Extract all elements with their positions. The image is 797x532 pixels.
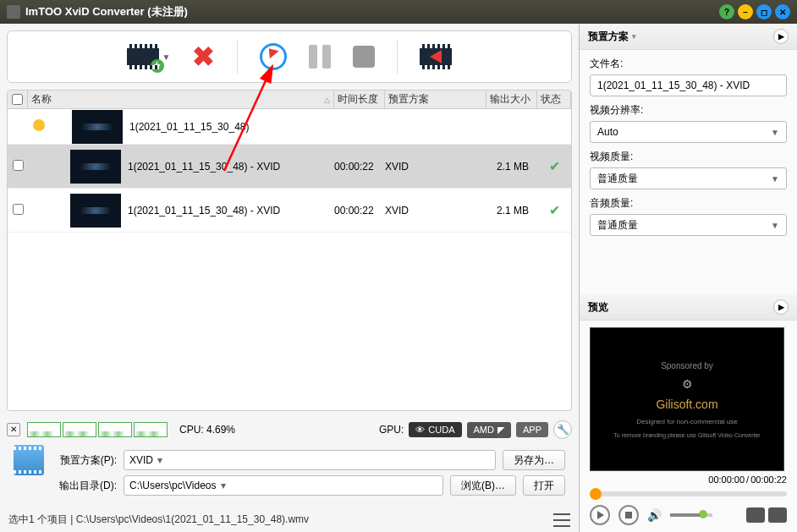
window-title: ImTOO XviD Converter (未注册)	[25, 4, 716, 19]
divider	[237, 40, 238, 74]
preview-controls: 🔊	[590, 505, 787, 525]
seek-bar[interactable]	[590, 491, 787, 496]
filename-field[interactable]: 1(2021_01_11_15_30_48) - XVID	[590, 74, 787, 96]
cpu-label: CPU: 4.69%	[179, 424, 235, 436]
film-left-icon	[420, 44, 452, 69]
close-button[interactable]: ✕	[775, 4, 790, 19]
settings-button[interactable]: 🔧	[553, 420, 572, 439]
table-body: 1(2021_01_11_15_30_48) 1(2021_01_11_15_3…	[8, 109, 571, 410]
dropdown-icon[interactable]: ▾	[153, 454, 167, 466]
dropdown-icon[interactable]: ▼	[771, 128, 779, 137]
expand-button[interactable]: ▶	[773, 29, 789, 44]
remove-button[interactable]: ✖	[192, 41, 215, 73]
preview-area: Sponsored by ⚙ Gilisoft.com Designed for…	[580, 321, 797, 532]
stop-preview-button[interactable]	[618, 505, 639, 525]
snapshot-button[interactable]	[746, 507, 765, 523]
filename-label: 文件名:	[590, 57, 787, 71]
table-row[interactable]: 1(2021_01_11_15_30_48)	[8, 109, 571, 145]
app-badge[interactable]: APP	[516, 422, 548, 437]
gear-icon: ⚙	[682, 377, 693, 391]
app-icon	[7, 5, 20, 19]
dropdown-icon[interactable]: ▼	[771, 221, 779, 230]
cpu-row: ✕ CPU: 4.69% GPU: 👁 CUDA AMD◤ APP 🔧	[7, 418, 572, 442]
row-status: ✔	[537, 202, 571, 218]
row-time: 00:00:22	[334, 161, 385, 173]
video-quality-label: 视频质量:	[590, 150, 787, 164]
stop-button[interactable]	[353, 46, 375, 68]
expand-button[interactable]: ▶	[773, 299, 789, 315]
audio-quality-field[interactable]: 普通质量▼	[590, 214, 787, 236]
convert-button[interactable]	[260, 43, 287, 70]
column-name[interactable]: 名称△	[28, 90, 334, 108]
pause-icon	[309, 45, 331, 69]
time-display: 00:00:00 / 00:00:22	[590, 471, 787, 488]
column-size[interactable]: 输出大小	[486, 90, 537, 108]
stop-icon	[353, 46, 375, 68]
film-add-icon: +	[127, 44, 159, 69]
table-row[interactable]: 1(2021_01_11_15_30_48) - XVID 00:00:22 X…	[8, 145, 571, 189]
volume-icon[interactable]: 🔊	[647, 508, 662, 522]
import-button[interactable]	[420, 44, 452, 69]
menu-button[interactable]	[553, 513, 570, 527]
file-table: 名称△ 时间长度 预置方案 输出大小 状态 1(2021_01_11_15_30…	[7, 90, 572, 411]
preset-header-label: 预置方案	[588, 30, 629, 44]
add-file-button[interactable]: + ▼	[127, 44, 171, 69]
open-button[interactable]: 打开	[523, 475, 565, 496]
play-button[interactable]	[590, 505, 610, 525]
snapshot-folder-button[interactable]	[768, 507, 787, 523]
column-time[interactable]: 时间长度	[334, 90, 385, 108]
x-icon: ✖	[192, 41, 215, 73]
status-bar: 选中1 个项目 | C:\Users\pc\Videos\1(2021_01_1…	[0, 507, 579, 532]
browse-button[interactable]: 浏览(B)…	[450, 475, 516, 496]
cpu-graph	[27, 422, 168, 437]
row-status: ✔	[537, 158, 571, 174]
row-time: 00:00:22	[334, 205, 385, 217]
preset-label: 预置方案(P):	[47, 453, 117, 468]
help-button[interactable]: ?	[719, 4, 734, 19]
thumbnail	[72, 110, 123, 144]
select-all-checkbox[interactable]	[12, 94, 23, 105]
dropdown-icon[interactable]: ▼	[771, 174, 779, 184]
volume-slider[interactable]	[670, 513, 712, 517]
wrench-icon: 🔧	[557, 424, 569, 436]
close-panel-button[interactable]: ✕	[7, 423, 20, 436]
row-checkbox[interactable]	[13, 160, 24, 171]
resolution-field[interactable]: Auto▼	[590, 121, 787, 143]
main-toolbar: + ▼ ✖	[7, 30, 572, 83]
amd-badge[interactable]: AMD◤	[467, 422, 511, 438]
seek-knob[interactable]	[590, 488, 602, 500]
file-type-icon	[14, 445, 44, 475]
minimize-button[interactable]: –	[738, 4, 753, 19]
audio-quality-label: 音频质量:	[590, 196, 787, 211]
thumbnail	[70, 194, 121, 228]
pause-button[interactable]	[309, 45, 331, 69]
header-checkbox-cell	[8, 90, 28, 108]
column-status[interactable]: 状态	[537, 90, 571, 108]
row-preset: XVID	[385, 205, 486, 217]
outdir-label: 输出目录(D):	[47, 479, 117, 493]
cuda-badge[interactable]: 👁 CUDA	[409, 422, 461, 437]
row-checkbox[interactable]	[13, 204, 24, 215]
row-size: 2.1 MB	[486, 205, 537, 217]
outdir-field[interactable]: C:\Users\pc\Videos▾	[124, 475, 443, 496]
resolution-label: 视频分辨率:	[590, 103, 787, 118]
preset-section-header: 预置方案 ▾ ▶	[580, 24, 797, 50]
table-row[interactable]: 1(2021_01_11_15_30_48) - XVID 00:00:22 X…	[8, 189, 571, 233]
preview-section-header: 预览 ▶	[580, 294, 797, 321]
thumbnail	[70, 150, 121, 184]
dropdown-arrow-icon[interactable]: ▼	[162, 52, 171, 62]
preset-field[interactable]: XVID▾	[124, 450, 496, 470]
table-header: 名称△ 时间长度 预置方案 输出大小 状态	[8, 90, 571, 109]
maximize-button[interactable]: ◻	[756, 4, 772, 19]
preview-video[interactable]: Sponsored by ⚙ Gilisoft.com Designed for…	[590, 327, 784, 471]
volume-knob[interactable]	[699, 510, 707, 518]
save-as-button[interactable]: 另存为…	[503, 450, 565, 470]
dropdown-icon[interactable]: ▾	[217, 480, 230, 491]
convert-icon	[260, 43, 287, 70]
gpu-label: GPU:	[379, 424, 404, 436]
column-preset[interactable]: 预置方案	[385, 90, 486, 108]
divider	[397, 40, 398, 74]
bottom-panel: ✕ CPU: 4.69% GPU: 👁 CUDA AMD◤ APP 🔧 预置方案…	[7, 418, 572, 501]
video-quality-field[interactable]: 普通质量▼	[590, 167, 787, 189]
status-text: 选中1 个项目 | C:\Users\pc\Videos\1(2021_01_1…	[8, 513, 309, 527]
